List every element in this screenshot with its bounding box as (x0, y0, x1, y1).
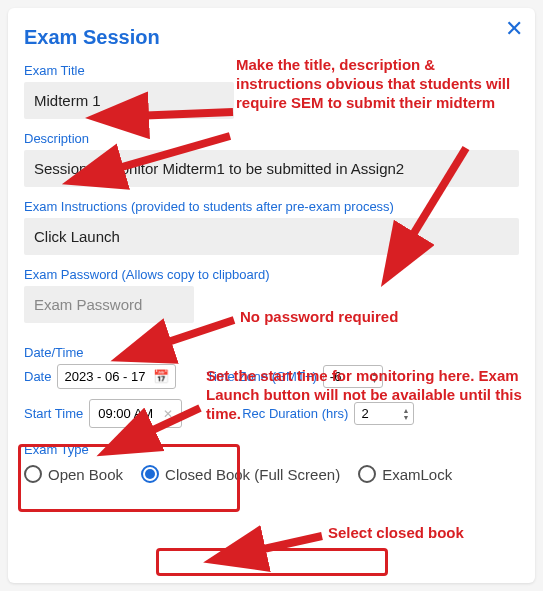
description-label: Description (24, 131, 519, 146)
svg-line-3 (156, 320, 234, 346)
timezone-label: Time Zone (GMT+) (206, 369, 316, 384)
svg-line-5 (250, 536, 322, 552)
radio-icon (141, 465, 159, 483)
rec-duration-value: 2 (361, 406, 368, 421)
annotation-box (156, 548, 388, 576)
calendar-icon: 📅 (153, 369, 169, 384)
radio-closed-book[interactable]: Closed Book (Full Screen) (141, 465, 340, 483)
exam-title-input[interactable] (24, 82, 234, 119)
annotation-text: Select closed book (328, 524, 464, 543)
clear-icon[interactable]: ✕ (163, 407, 173, 421)
start-time-value: 09:00 AM (98, 406, 153, 421)
description-input[interactable] (24, 150, 519, 187)
timezone-stepper[interactable]: -6 ▲▼ (323, 365, 383, 388)
instructions-input[interactable] (24, 218, 519, 255)
radio-label: ExamLock (382, 466, 452, 483)
radio-icon (24, 465, 42, 483)
password-label: Exam Password (Allows copy to clipboard) (24, 267, 519, 282)
radio-examlock[interactable]: ExamLock (358, 465, 452, 483)
radio-icon (358, 465, 376, 483)
timezone-value: -6 (330, 369, 342, 384)
annotation-text: No password required (240, 308, 398, 327)
exam-type-group: Open Book Closed Book (Full Screen) Exam… (24, 465, 519, 483)
rec-duration-stepper[interactable]: 2 ▲▼ (354, 402, 414, 425)
start-time-label: Start Time (24, 406, 83, 421)
stepper-arrows-icon: ▲▼ (402, 407, 409, 421)
exam-title-label: Exam Title (24, 63, 519, 78)
datetime-label: Date/Time (24, 345, 519, 360)
close-icon[interactable]: ✕ (505, 18, 523, 40)
datetime-row-2: Start Time 09:00 AM ✕ Rec Duration (hrs)… (24, 399, 519, 428)
date-label: Date (24, 369, 51, 384)
stepper-arrows-icon: ▲▼ (371, 370, 378, 384)
radio-label: Closed Book (Full Screen) (165, 466, 340, 483)
rec-duration-label: Rec Duration (hrs) (242, 406, 348, 421)
start-time-picker[interactable]: 09:00 AM ✕ (89, 399, 182, 428)
radio-label: Open Book (48, 466, 123, 483)
exam-type-label: Exam Type (24, 442, 519, 457)
radio-open-book[interactable]: Open Book (24, 465, 123, 483)
date-picker[interactable]: 2023 - 06 - 17 📅 (57, 364, 176, 389)
date-value: 2023 - 06 - 17 (64, 369, 145, 384)
instructions-label: Exam Instructions (provided to students … (24, 199, 519, 214)
datetime-row-1: Date 2023 - 06 - 17 📅 Time Zone (GMT+) -… (24, 364, 519, 389)
dialog-title: Exam Session (24, 26, 519, 49)
exam-session-dialog: ✕ Exam Session Exam Title Description Ex… (8, 8, 535, 583)
password-input[interactable] (24, 286, 194, 323)
